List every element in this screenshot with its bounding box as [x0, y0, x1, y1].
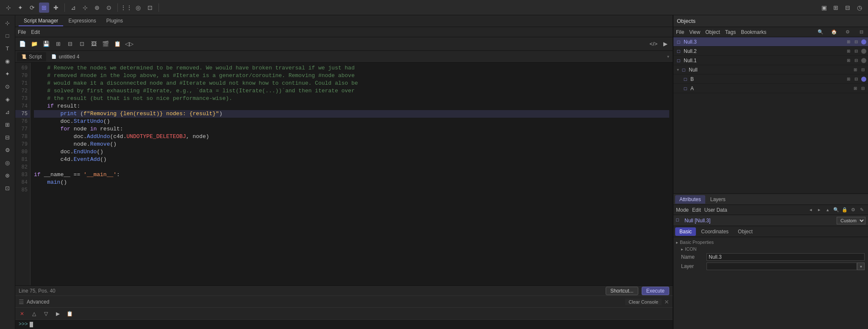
- attr-settings-icon[interactable]: ⚙: [849, 206, 857, 214]
- open-file-btn[interactable]: 📁: [29, 39, 40, 50]
- paste-btn[interactable]: 📋: [112, 39, 123, 50]
- console-play-btn[interactable]: ▶: [53, 309, 63, 318]
- null-expand-icon[interactable]: ▾: [675, 67, 680, 72]
- attr-layer-dropdown[interactable]: ▾: [857, 263, 865, 270]
- tab-arrow[interactable]: ▾: [665, 54, 671, 59]
- null3-visibility-dot[interactable]: [861, 39, 866, 44]
- rigging-icon[interactable]: ⊿: [68, 3, 78, 13]
- move-mode-icon[interactable]: ✦: [15, 3, 25, 13]
- object-mode-icon[interactable]: □: [2, 30, 14, 41]
- window-layout2-icon[interactable]: ⊞: [831, 3, 841, 13]
- timeline-icon[interactable]: ◷: [854, 3, 865, 13]
- tab-layers[interactable]: Layers: [706, 195, 730, 204]
- b-visibility-dot[interactable]: [861, 77, 866, 82]
- list-item-a[interactable]: □ A ⊞ ⊟: [673, 84, 868, 93]
- attr-mode-menu[interactable]: Mode: [676, 207, 689, 213]
- untitled-tab[interactable]: 📄 untitled 4: [47, 52, 84, 61]
- objects-bookmarks-menu[interactable]: Bookmarks: [741, 29, 766, 35]
- attr-icon-section[interactable]: ▸ ICON: [676, 246, 865, 252]
- save-as-btn[interactable]: ⊞: [53, 39, 64, 50]
- cursor-mode-icon[interactable]: ⊹: [3, 3, 14, 13]
- code-view-btn[interactable]: </>: [648, 39, 659, 50]
- attr-up-icon[interactable]: ▴: [824, 206, 832, 214]
- home-icon[interactable]: 🏠: [830, 28, 838, 36]
- play-btn[interactable]: ▶: [660, 39, 671, 50]
- attr-layer-input[interactable]: [707, 263, 857, 270]
- tab-expressions[interactable]: Expressions: [63, 16, 101, 26]
- edge-mode-icon[interactable]: ⊙: [2, 80, 14, 92]
- attr-section-header[interactable]: ▸ Basic Properties: [676, 239, 865, 246]
- sm-file-menu[interactable]: File: [18, 29, 26, 35]
- search-icon[interactable]: 🔍: [816, 28, 825, 36]
- nav-btn[interactable]: ◁▷: [124, 39, 135, 50]
- image-btn[interactable]: 🖼: [88, 39, 99, 50]
- particles-icon[interactable]: ⋮⋮: [121, 3, 131, 13]
- tab-basic[interactable]: Basic: [675, 227, 696, 236]
- sculpt-mode-icon[interactable]: ◉: [2, 55, 14, 67]
- polygon-mode-icon[interactable]: ◈: [2, 93, 14, 105]
- attr-name-input[interactable]: [707, 253, 865, 261]
- select-mode-icon[interactable]: ⊹: [2, 17, 14, 29]
- shortcut-button[interactable]: Shortcut...: [606, 287, 638, 295]
- render-settings-icon[interactable]: ◎: [133, 3, 143, 13]
- toggle-mode-icon[interactable]: ⊟: [2, 131, 14, 143]
- list-item-null3[interactable]: □ Null.3 ⊞ ⊟: [673, 37, 868, 47]
- mesh-icon[interactable]: ⊹: [80, 3, 90, 13]
- copy-btn[interactable]: ⊡: [76, 39, 87, 50]
- attr-search-icon[interactable]: 🔍: [832, 206, 840, 214]
- grid-icon[interactable]: ⊙: [104, 3, 114, 13]
- tab-coordinates[interactable]: Coordinates: [697, 227, 733, 236]
- sm-edit-menu[interactable]: Edit: [31, 29, 40, 35]
- code-content[interactable]: # Remove the nodes we determined to be r…: [31, 63, 673, 285]
- list-item-null2[interactable]: □ Null.2 ⊞ ⊟: [673, 47, 868, 56]
- settings-mode-icon[interactable]: ⚙: [2, 144, 14, 156]
- render2-icon[interactable]: ⊡: [145, 3, 155, 13]
- tab-script-manager[interactable]: Script Manager: [19, 16, 63, 26]
- scale-mode-icon[interactable]: ⊞: [39, 3, 49, 13]
- list-item-b[interactable]: □ B ⊞ ⊟: [673, 75, 868, 84]
- window-layout1-icon[interactable]: ▣: [819, 3, 829, 13]
- list-item-null[interactable]: ▾ □ Null ⊞ ⊟: [673, 65, 868, 75]
- console-doc-btn[interactable]: 📋: [64, 309, 75, 318]
- null2-visibility-dot[interactable]: [861, 49, 866, 54]
- extra-mode-icon[interactable]: ⊛: [2, 169, 14, 181]
- snap-icon[interactable]: ⊛: [92, 3, 102, 13]
- objects-view-menu[interactable]: View: [689, 29, 700, 35]
- snap-mode-icon[interactable]: ⊿: [2, 106, 14, 118]
- window-layout3-icon[interactable]: ⊟: [843, 3, 853, 13]
- console-prompt-line[interactable]: >>>: [19, 321, 669, 327]
- list-item-null1[interactable]: □ Null.1 ⊞ ⊟: [673, 56, 868, 65]
- script-tab[interactable]: 📜 Script: [17, 52, 46, 61]
- transform-mode-icon[interactable]: ✚: [51, 3, 61, 13]
- execute-button[interactable]: Execute: [642, 287, 669, 295]
- new-file-btn[interactable]: 📄: [17, 39, 28, 50]
- attr-lock-icon[interactable]: 🔒: [841, 206, 849, 214]
- attr-back-icon[interactable]: ◂: [807, 206, 815, 214]
- save-file-btn[interactable]: 💾: [41, 39, 52, 50]
- console-menu-icon[interactable]: ☰: [19, 299, 24, 305]
- null1-visibility-dot[interactable]: [861, 58, 866, 63]
- filter-icon[interactable]: ⚙: [843, 28, 852, 36]
- console-close-btn[interactable]: ✕: [664, 299, 669, 305]
- layer-mode-icon[interactable]: ⊞: [2, 119, 14, 130]
- code-editor[interactable]: 69 70 71 72 73 74 75 76 77 78 79 80 81 8…: [15, 63, 673, 285]
- attr-forward-icon[interactable]: ▸: [815, 206, 823, 214]
- objects-tags-menu[interactable]: Tags: [725, 29, 736, 35]
- objects-object-menu[interactable]: Object: [705, 29, 720, 35]
- vertex-mode-icon[interactable]: ✦: [2, 68, 14, 80]
- tab-object[interactable]: Object: [734, 227, 757, 236]
- console-down-btn[interactable]: ▽: [41, 309, 51, 318]
- more-mode-icon[interactable]: ◎: [2, 157, 14, 169]
- record-btn[interactable]: 🎬: [100, 39, 111, 50]
- attr-more-icon[interactable]: ✎: [858, 206, 865, 214]
- view-mode-icon[interactable]: ⊡: [2, 182, 14, 194]
- console-stop-btn[interactable]: ✕: [17, 309, 27, 318]
- tab-plugins[interactable]: Plugins: [101, 16, 128, 26]
- attr-edit-menu[interactable]: Edit: [692, 207, 701, 213]
- clear-console-button[interactable]: Clear Console: [625, 299, 662, 305]
- console-up-btn[interactable]: △: [29, 309, 39, 318]
- tab-attributes[interactable]: Attributes: [675, 195, 705, 204]
- attr-custom-dropdown[interactable]: Custom: [837, 217, 865, 224]
- close-btn[interactable]: ⊟: [64, 39, 75, 50]
- rotate-mode-icon[interactable]: ⟳: [27, 3, 37, 13]
